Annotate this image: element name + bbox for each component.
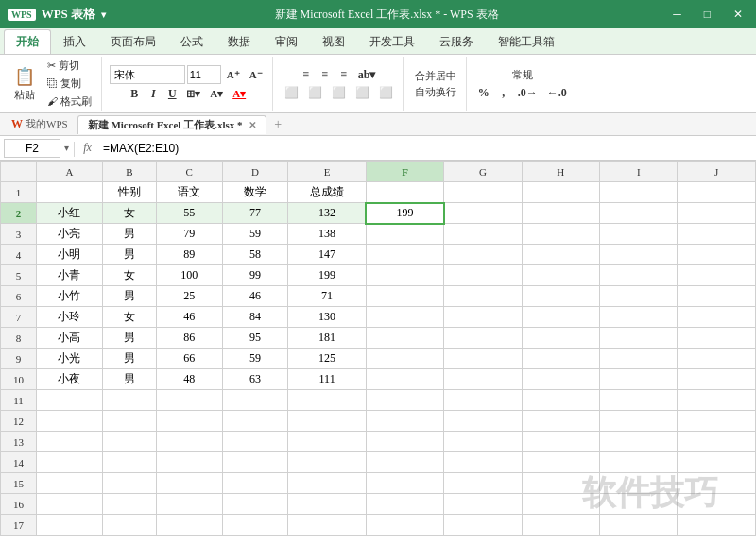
cell[interactable]: 147 (288, 245, 366, 265)
auto-wrap-button[interactable]: 自动换行 (411, 84, 460, 100)
indent-increase-button[interactable]: ⬜ (375, 85, 397, 101)
bold-button[interactable]: B (126, 86, 143, 102)
cell[interactable] (522, 432, 599, 452)
italic-button[interactable]: I (145, 86, 162, 102)
cell[interactable]: 95 (222, 328, 288, 349)
cell[interactable]: 小玲 (37, 307, 103, 328)
cell[interactable] (37, 473, 103, 494)
cell[interactable] (156, 515, 222, 536)
comma-button[interactable]: , (495, 85, 512, 101)
cell[interactable] (678, 411, 756, 432)
cell[interactable]: 小竹 (37, 286, 103, 307)
cell[interactable] (288, 515, 366, 536)
cell[interactable] (600, 494, 678, 515)
cell[interactable] (444, 390, 522, 411)
cell[interactable]: 89 (156, 245, 222, 265)
cell[interactable] (522, 494, 599, 515)
cell[interactable] (444, 307, 522, 328)
font-increase-button[interactable]: A⁺ (223, 68, 244, 82)
row-header-9[interactable]: 9 (1, 349, 37, 369)
cell[interactable]: 181 (288, 328, 366, 349)
cell[interactable] (102, 515, 156, 536)
row-header-15[interactable]: 15 (1, 473, 37, 494)
cell[interactable] (366, 411, 443, 432)
cell[interactable] (444, 515, 522, 536)
maximize-button[interactable]: □ (698, 6, 716, 24)
cell[interactable] (366, 390, 443, 411)
cell[interactable] (600, 182, 678, 203)
cell[interactable] (222, 390, 288, 411)
cell[interactable] (156, 473, 222, 494)
cell[interactable] (522, 224, 599, 245)
align-center-button[interactable]: ⬜ (304, 85, 326, 101)
cell[interactable] (600, 452, 678, 473)
cell[interactable] (678, 390, 756, 411)
row-header-8[interactable]: 8 (1, 328, 37, 349)
cell[interactable] (522, 182, 599, 203)
cell[interactable]: 100 (156, 265, 222, 286)
row-header-11[interactable]: 11 (1, 390, 37, 411)
ribbon-tab-公式[interactable]: 公式 (168, 29, 215, 54)
cell[interactable] (366, 307, 443, 328)
cell[interactable]: 58 (222, 245, 288, 265)
cell[interactable] (522, 265, 599, 286)
cell[interactable]: 130 (288, 307, 366, 328)
cell[interactable] (522, 369, 599, 390)
cell[interactable] (366, 286, 443, 307)
cell[interactable] (444, 473, 522, 494)
cell[interactable] (37, 432, 103, 452)
cell[interactable]: 25 (156, 286, 222, 307)
merge-center-button[interactable]: 合并居中 (411, 68, 460, 84)
cell[interactable]: 59 (222, 349, 288, 369)
cell[interactable]: 77 (222, 203, 288, 224)
cell[interactable] (600, 411, 678, 432)
font-decrease-button[interactable]: A⁻ (246, 68, 266, 82)
cell[interactable] (522, 286, 599, 307)
cell[interactable] (444, 224, 522, 245)
minimize-button[interactable]: ─ (667, 6, 687, 24)
underline-button[interactable]: U (163, 86, 180, 102)
border-button[interactable]: ⊞▾ (182, 87, 204, 101)
cell[interactable] (222, 473, 288, 494)
cell[interactable] (366, 432, 443, 452)
cell[interactable] (600, 307, 678, 328)
percent-button[interactable]: % (474, 85, 493, 101)
col-header-D[interactable]: D (222, 162, 288, 182)
decimal-increase-button[interactable]: .0→ (514, 85, 541, 101)
cell[interactable] (222, 452, 288, 473)
cell[interactable] (444, 432, 522, 452)
cell[interactable] (366, 452, 443, 473)
cell[interactable] (102, 390, 156, 411)
cell[interactable] (444, 349, 522, 369)
row-header-13[interactable]: 13 (1, 432, 37, 452)
cell[interactable]: 女 (102, 203, 156, 224)
cell[interactable]: 125 (288, 349, 366, 369)
cell[interactable] (678, 328, 756, 349)
cell[interactable] (444, 182, 522, 203)
cell[interactable]: 小青 (37, 265, 103, 286)
add-sheet-button[interactable]: + (268, 115, 287, 134)
cell[interactable] (522, 452, 599, 473)
align-top-button[interactable]: ≡ (298, 67, 315, 83)
wps-home-tab[interactable]: W 我的WPS (4, 115, 76, 133)
font-name-input[interactable] (110, 65, 185, 84)
cell[interactable]: 99 (222, 265, 288, 286)
cell[interactable] (37, 452, 103, 473)
cell[interactable] (600, 515, 678, 536)
cell[interactable] (222, 411, 288, 432)
cell[interactable] (522, 411, 599, 432)
text-angle-button[interactable]: ab▾ (354, 67, 380, 83)
cell[interactable] (600, 473, 678, 494)
ribbon-tab-插入[interactable]: 插入 (51, 29, 98, 54)
cell[interactable] (444, 494, 522, 515)
align-right-button[interactable]: ⬜ (328, 85, 350, 101)
cell[interactable] (288, 494, 366, 515)
ribbon-tab-智能工具箱[interactable]: 智能工具箱 (486, 29, 567, 54)
cell[interactable] (600, 369, 678, 390)
cell[interactable] (600, 349, 678, 369)
formula-bar-expand-button[interactable]: ▾ (64, 143, 69, 153)
cell[interactable] (444, 328, 522, 349)
cell[interactable]: 46 (156, 307, 222, 328)
row-header-5[interactable]: 5 (1, 265, 37, 286)
cell[interactable] (678, 369, 756, 390)
